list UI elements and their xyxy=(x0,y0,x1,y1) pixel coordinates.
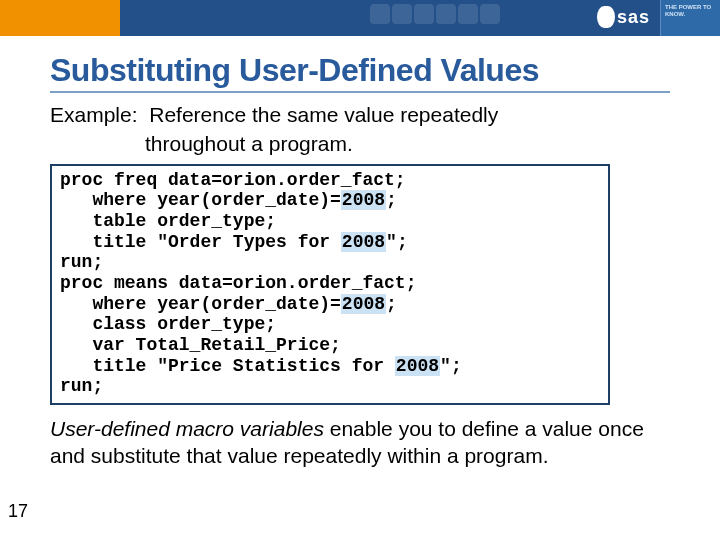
header-bar: sas THE POWER TO KNOW. xyxy=(0,0,720,36)
code-l2-highlight: 2008 xyxy=(341,190,386,210)
code-l5: run; xyxy=(60,252,103,272)
code-l2c: ; xyxy=(386,190,397,210)
code-l4a: title "Order Types for xyxy=(60,232,341,252)
bottom-paragraph: User-defined macro variables enable you … xyxy=(50,415,670,470)
code-l10-highlight: 2008 xyxy=(395,356,440,376)
example-line-1: Example: Reference the same value repeat… xyxy=(50,101,670,128)
code-l10a: title "Price Statistics for xyxy=(60,356,395,376)
example-line-2: throughout a program. xyxy=(145,130,670,157)
header-accent-block xyxy=(0,0,120,36)
example-lead: Example: xyxy=(50,103,138,126)
code-l4c: "; xyxy=(386,232,408,252)
slide-body: Substituting User-Defined Values Example… xyxy=(0,36,720,480)
code-box: proc freq data=orion.order_fact; where y… xyxy=(50,164,610,406)
code-l4-highlight: 2008 xyxy=(341,232,386,252)
page-number: 17 xyxy=(8,501,28,522)
code-l8: class order_type; xyxy=(60,314,276,334)
example-rest: Reference the same value repeatedly xyxy=(149,103,498,126)
header-dots xyxy=(370,4,500,24)
code-l3: table order_type; xyxy=(60,211,276,231)
code-l2a: where year(order_date)= xyxy=(60,190,341,210)
code-l9: var Total_Retail_Price; xyxy=(60,335,341,355)
power-to-know-badge: THE POWER TO KNOW. xyxy=(660,0,720,36)
code-l6: proc means data=orion.order_fact; xyxy=(60,273,416,293)
code-l7-highlight: 2008 xyxy=(341,294,386,314)
sas-logo-icon xyxy=(597,6,615,28)
code-l7c: ; xyxy=(386,294,397,314)
code-l1: proc freq data=orion.order_fact; xyxy=(60,170,406,190)
sas-logo-text: sas xyxy=(617,7,650,28)
code-l10c: "; xyxy=(440,356,462,376)
code-l11: run; xyxy=(60,376,103,396)
sas-logo: sas xyxy=(597,6,650,28)
code-l7a: where year(order_date)= xyxy=(60,294,341,314)
bottom-emphasis: User-defined macro variables xyxy=(50,417,324,440)
slide-title: Substituting User-Defined Values xyxy=(50,52,670,93)
